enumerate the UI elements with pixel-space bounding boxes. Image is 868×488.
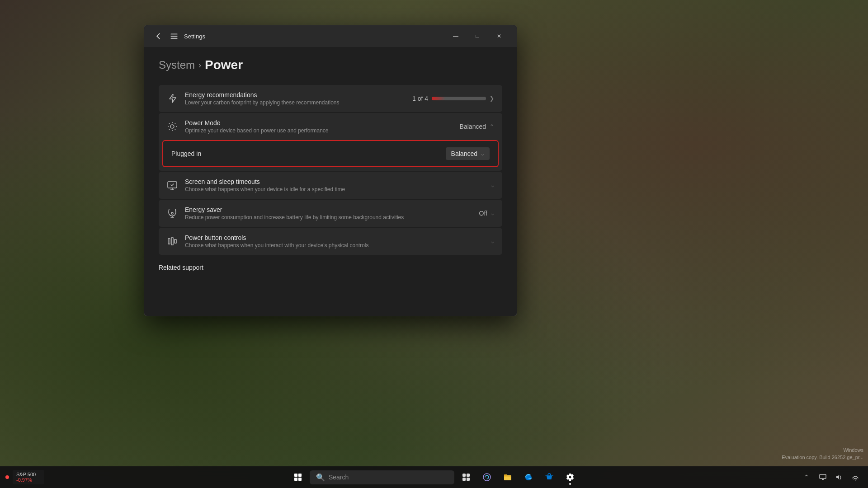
file-explorer-button[interactable] <box>499 468 517 486</box>
related-support-label: Related support <box>159 264 203 271</box>
taskbar-center: 🔍 Search <box>289 468 579 486</box>
network-icon[interactable] <box>848 470 863 484</box>
settings-list: Energy recommendations Lower your carbon… <box>159 85 502 255</box>
taskbar-system-icons: ⌃ <box>799 470 863 484</box>
taskbar-search[interactable]: 🔍 Search <box>310 470 454 484</box>
energy-saver-chevron-icon: ⌵ <box>491 210 494 216</box>
taskbar-search-text: Search <box>329 474 349 481</box>
svg-rect-2 <box>171 38 178 39</box>
power-button-chevron-icon: ⌵ <box>491 238 494 244</box>
taskbar-left: S&P 500 -0.97% <box>5 470 44 484</box>
svg-rect-10 <box>462 474 466 477</box>
power-button-desc: Choose what happens when you interact wi… <box>185 242 484 249</box>
energy-progress-fill <box>432 97 445 100</box>
settings-window: Settings — □ ✕ System › Power <box>144 25 517 316</box>
store-button[interactable] <box>540 468 558 486</box>
maximize-button[interactable]: □ <box>467 29 488 43</box>
energy-saver-icon <box>167 208 178 219</box>
taskbar-right: ⌃ <box>799 470 863 484</box>
watermark-line1: Windows <box>782 447 863 454</box>
svg-rect-1 <box>171 36 178 37</box>
settings-app-button[interactable] <box>561 468 579 486</box>
desktop: Settings — □ ✕ System › Power <box>0 0 868 488</box>
power-button-title: Power button controls <box>185 234 484 241</box>
energy-recommendations-chevron-icon: ❯ <box>490 95 494 102</box>
svg-rect-19 <box>822 479 824 480</box>
screen-sleep-right: ⌵ <box>491 182 494 188</box>
minimize-button[interactable]: — <box>445 29 466 43</box>
svg-rect-13 <box>467 478 470 481</box>
breadcrumb-parent[interactable]: System <box>159 59 195 71</box>
edge-button[interactable] <box>519 468 538 486</box>
screen-sleep-text: Screen and sleep timeouts Choose what ha… <box>185 178 484 192</box>
screen-sleep-desc: Choose what happens when your device is … <box>185 186 484 192</box>
energy-recommendations-right: 1 of 4 ❯ <box>412 95 494 102</box>
stock-ticker[interactable]: S&P 500 -0.97% <box>13 470 44 484</box>
settings-content: System › Power Energy recommendations Lo… <box>144 47 517 316</box>
copilot-button[interactable] <box>478 468 496 486</box>
volume-icon[interactable] <box>832 470 846 484</box>
svg-rect-7 <box>298 474 302 477</box>
svg-point-20 <box>855 480 856 481</box>
notification-chevron[interactable]: ⌃ <box>799 470 814 484</box>
power-mode-desc: Optimize your device based on power use … <box>185 127 453 134</box>
svg-rect-6 <box>294 474 297 477</box>
breadcrumb-separator: › <box>198 61 201 70</box>
svg-rect-12 <box>462 478 466 481</box>
windows-watermark: Windows Evaluation copy. Build 26252.ge_… <box>782 447 863 461</box>
svg-rect-9 <box>298 478 302 481</box>
window-title: Settings <box>184 33 205 40</box>
taskbar-search-icon: 🔍 <box>316 473 325 482</box>
plugged-in-dropdown-arrow-icon: ⌵ <box>481 151 484 157</box>
screen-sleep-chevron-icon: ⌵ <box>491 182 494 188</box>
energy-saver-desc: Reduce power consumption and increase ba… <box>185 214 472 221</box>
screen-sleep-icon <box>167 180 178 191</box>
energy-saver-title: Energy saver <box>185 206 472 213</box>
power-button-item[interactable]: Power button controls Choose what happen… <box>159 228 502 255</box>
power-mode-item[interactable]: Power Mode Optimize your device based on… <box>159 113 502 171</box>
screen-sleep-item[interactable]: Screen and sleep timeouts Choose what ha… <box>159 172 502 199</box>
svg-rect-18 <box>820 474 826 479</box>
display-icon[interactable] <box>816 470 830 484</box>
power-button-right: ⌵ <box>491 238 494 244</box>
start-button[interactable] <box>289 468 307 486</box>
svg-rect-11 <box>467 474 470 477</box>
energy-progress-bar <box>432 97 486 100</box>
back-button[interactable] <box>151 30 164 42</box>
breadcrumb-current: Power <box>205 58 243 72</box>
widgets-button[interactable] <box>457 468 475 486</box>
taskbar: S&P 500 -0.97% 🔍 Search <box>0 466 868 488</box>
window-controls: — □ ✕ <box>445 29 509 43</box>
stock-change: -0.97% <box>16 477 32 483</box>
plugged-in-label: Plugged in <box>171 150 201 157</box>
screen-sleep-title: Screen and sleep timeouts <box>185 178 484 185</box>
power-mode-text: Power Mode Optimize your device based on… <box>185 119 453 134</box>
power-mode-icon <box>167 121 178 132</box>
energy-saver-text: Energy saver Reduce power consumption an… <box>185 206 472 221</box>
svg-rect-16 <box>504 474 507 476</box>
energy-saver-right: Off ⌵ <box>479 210 494 217</box>
svg-rect-0 <box>171 33 178 34</box>
plugged-in-value: Balanced <box>451 150 477 157</box>
energy-recommendations-item[interactable]: Energy recommendations Lower your carbon… <box>159 85 502 112</box>
close-button[interactable]: ✕ <box>489 29 509 43</box>
related-support[interactable]: Related support <box>159 264 502 271</box>
watermark-line2: Evaluation copy. Build 26252.ge_pr... <box>782 454 863 461</box>
svg-point-14 <box>483 474 491 481</box>
plugged-in-dropdown[interactable]: Balanced ⌵ <box>446 147 490 160</box>
energy-saver-item[interactable]: Energy saver Reduce power consumption an… <box>159 200 502 227</box>
energy-recommendations-desc: Lower your carbon footprint by applying … <box>185 99 405 106</box>
title-bar-left: Settings <box>151 30 445 42</box>
stock-indicator <box>5 475 9 479</box>
title-bar: Settings — □ ✕ <box>144 25 517 47</box>
plugged-in-item[interactable]: Plugged in Balanced ⌵ <box>162 140 499 167</box>
energy-saver-value: Off <box>479 210 487 217</box>
energy-recommendations-icon <box>167 93 178 104</box>
stock-name: S&P 500 <box>16 472 36 477</box>
energy-recommendations-text: Energy recommendations Lower your carbon… <box>185 91 405 106</box>
power-mode-header[interactable]: Power Mode Optimize your device based on… <box>159 113 502 140</box>
power-mode-right: Balanced ⌃ <box>460 123 494 130</box>
hamburger-menu-button[interactable] <box>168 30 180 42</box>
breadcrumb: System › Power <box>159 58 502 72</box>
power-button-icon <box>167 236 178 247</box>
